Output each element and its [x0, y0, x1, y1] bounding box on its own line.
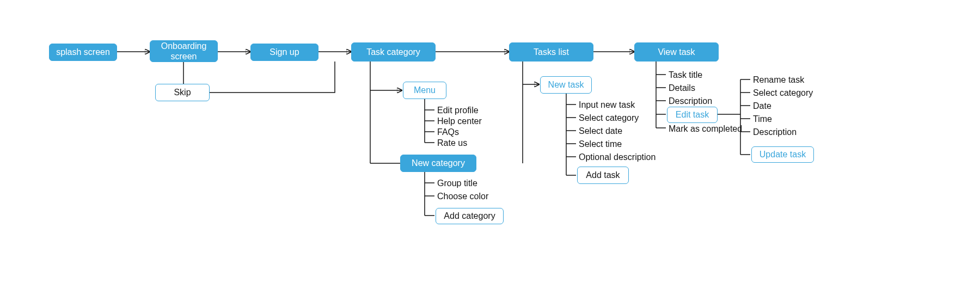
node-new-task: New task	[540, 76, 592, 94]
node-tasks-list: Tasks list	[509, 42, 593, 62]
connectors	[0, 0, 980, 295]
leaf-edit-profile: Edit profile	[437, 105, 479, 115]
node-edit-task: Edit task	[667, 107, 718, 123]
leaf-optional-desc: Optional description	[579, 152, 656, 162]
node-view-task: View task	[634, 42, 719, 62]
node-onboarding: Onboarding screen	[150, 40, 218, 62]
leaf-edit-date: Date	[753, 101, 771, 111]
leaf-edit-select-category: Select category	[753, 88, 813, 98]
leaf-edit-description: Description	[753, 127, 797, 137]
node-sign-up: Sign up	[250, 44, 318, 61]
leaf-help-center: Help center	[437, 116, 482, 126]
leaf-edit-time: Time	[753, 114, 772, 124]
node-update-task: Update task	[751, 146, 814, 163]
leaf-mark-completed: Mark as completed	[669, 124, 742, 134]
leaf-faqs: FAQs	[437, 127, 459, 137]
flow-diagram: splash screen Onboarding screen Sign up …	[0, 0, 980, 295]
node-skip: Skip	[155, 84, 210, 101]
node-add-category: Add category	[436, 208, 504, 224]
node-new-category: New category	[400, 155, 476, 172]
node-add-task: Add task	[577, 167, 629, 184]
leaf-details: Details	[669, 83, 695, 93]
node-task-category: Task category	[351, 42, 436, 62]
leaf-description: Description	[669, 96, 712, 106]
leaf-select-date: Select date	[579, 126, 622, 136]
node-splash-screen: splash screen	[49, 44, 117, 61]
leaf-input-new-task: Input new task	[579, 100, 635, 110]
node-menu: Menu	[403, 82, 446, 99]
leaf-select-category: Select category	[579, 113, 639, 123]
leaf-group-title: Group title	[437, 178, 477, 188]
leaf-rename-task: Rename task	[753, 75, 804, 85]
leaf-task-title: Task title	[669, 70, 702, 80]
leaf-rate-us: Rate us	[437, 138, 467, 148]
leaf-choose-color: Choose color	[437, 191, 488, 201]
leaf-select-time: Select time	[579, 139, 622, 149]
